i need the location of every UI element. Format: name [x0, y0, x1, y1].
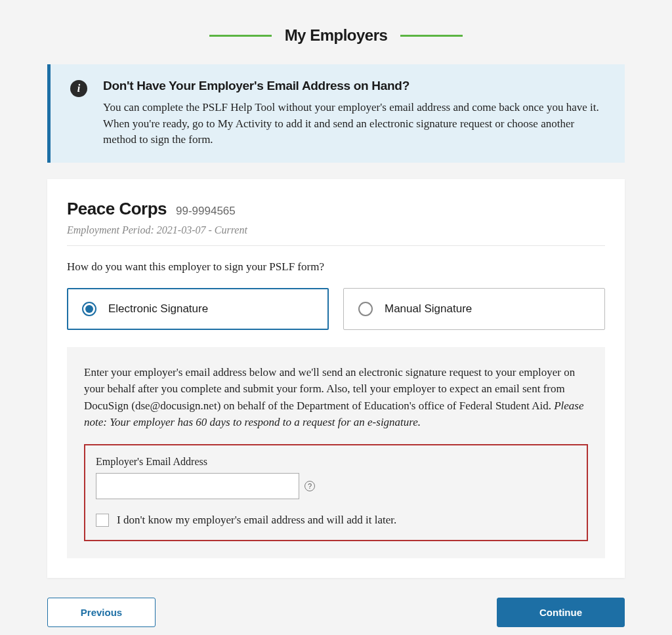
info-icon: i: [70, 80, 87, 97]
detail-body-plain: Enter your employer's email address belo…: [84, 366, 575, 412]
radio-electronic-signature[interactable]: Electronic Signature: [67, 288, 329, 330]
title-line-left: [209, 35, 272, 37]
page-title: My Employers: [285, 26, 388, 45]
radio-electronic-label: Electronic Signature: [108, 302, 208, 316]
employer-name: Peace Corps: [67, 199, 167, 219]
continue-button[interactable]: Continue: [497, 598, 625, 627]
signature-question: How do you want this employer to sign yo…: [67, 260, 605, 274]
radio-manual-label: Manual Signature: [385, 302, 472, 316]
email-field-label: Employer's Email Address: [96, 456, 576, 468]
electronic-signature-panel: Enter your employer's email address belo…: [67, 347, 605, 558]
info-banner-content: Don't Have Your Employer's Email Address…: [103, 79, 605, 148]
unknown-email-checkbox[interactable]: [96, 514, 109, 527]
detail-instructions: Enter your employer's email address belo…: [84, 364, 588, 431]
email-input-row: ?: [96, 473, 576, 499]
radio-circle-icon: [358, 302, 373, 316]
navigation-buttons: Previous Continue: [47, 598, 625, 627]
employer-email-input[interactable]: [96, 473, 299, 499]
info-banner-title: Don't Have Your Employer's Email Address…: [103, 79, 605, 93]
signature-options: Electronic Signature Manual Signature: [67, 288, 605, 330]
employer-ein: 99-9994565: [176, 205, 236, 218]
unknown-email-row: I don't know my employer's email address…: [96, 514, 576, 527]
radio-circle-icon: [82, 302, 96, 316]
page-title-row: My Employers: [47, 13, 625, 45]
info-banner-body: You can complete the PSLF Help Tool with…: [103, 100, 605, 148]
info-banner: i Don't Have Your Employer's Email Addre…: [47, 64, 625, 163]
employer-header: Peace Corps 99-9994565 Employment Period…: [67, 199, 605, 246]
email-highlight-box: Employer's Email Address ? I don't know …: [84, 444, 588, 541]
employer-card: Peace Corps 99-9994565 Employment Period…: [47, 179, 625, 578]
unknown-email-label: I don't know my employer's email address…: [117, 514, 396, 527]
radio-dot-icon: [85, 305, 93, 313]
previous-button[interactable]: Previous: [47, 598, 156, 627]
radio-manual-signature[interactable]: Manual Signature: [343, 288, 605, 330]
employment-period: Employment Period: 2021-03-07 - Current: [67, 224, 605, 236]
employer-name-row: Peace Corps 99-9994565: [67, 199, 605, 219]
help-icon[interactable]: ?: [304, 481, 315, 491]
title-line-right: [400, 35, 463, 37]
